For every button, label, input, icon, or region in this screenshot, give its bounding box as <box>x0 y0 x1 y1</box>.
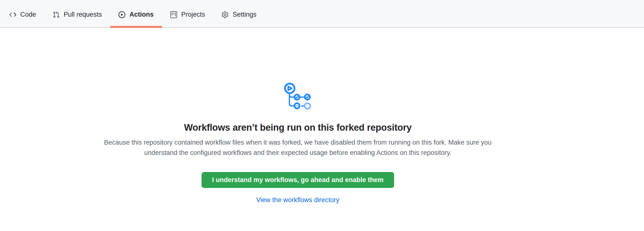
tab-projects-label: Projects <box>181 11 205 18</box>
tab-settings-label: Settings <box>232 11 256 18</box>
tab-projects[interactable]: Projects <box>162 7 214 28</box>
tab-code-label: Code <box>20 11 36 18</box>
actions-blankslate: Workflows aren’t being run on this forke… <box>0 28 596 204</box>
tab-actions[interactable]: Actions <box>110 7 162 28</box>
code-icon <box>9 11 16 18</box>
gear-icon <box>222 11 228 18</box>
repo-tab-nav: Code Pull requests Actions Projects Sett… <box>0 0 644 28</box>
button-row: I understand my workflows, go ahead and … <box>0 172 596 188</box>
page-title: Workflows aren’t being run on this forke… <box>0 122 596 133</box>
link-row: View the workflows directory <box>0 196 596 204</box>
workflow-graph-icon <box>284 83 312 110</box>
tab-pull-requests[interactable]: Pull requests <box>44 7 110 28</box>
tab-pull-requests-label: Pull requests <box>64 11 102 18</box>
enable-workflows-button[interactable]: I understand my workflows, go ahead and … <box>202 172 394 188</box>
pull-request-icon <box>53 11 60 18</box>
blankslate-description: Because this repository contained workfl… <box>98 137 498 158</box>
tab-actions-label: Actions <box>130 11 154 18</box>
play-circle-icon <box>118 11 125 18</box>
project-icon <box>170 11 177 18</box>
repo-tabs: Code Pull requests Actions Projects Sett… <box>1 7 265 28</box>
tab-code[interactable]: Code <box>1 7 44 28</box>
view-workflows-directory-link[interactable]: View the workflows directory <box>256 196 339 203</box>
tab-settings[interactable]: Settings <box>213 7 265 28</box>
